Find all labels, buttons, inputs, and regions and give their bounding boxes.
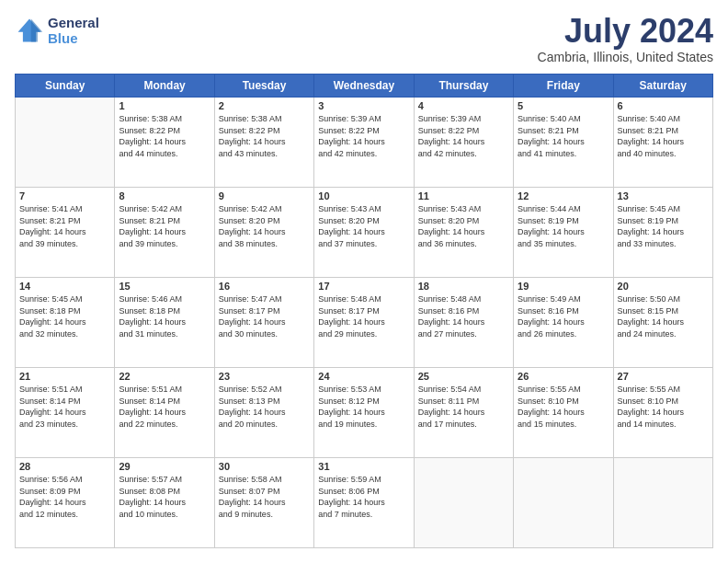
day-number: 10	[318, 190, 409, 201]
day-number: 21	[19, 371, 110, 382]
calendar-cell: 3Sunrise: 5:39 AM Sunset: 8:22 PM Daylig…	[314, 98, 414, 188]
day-info: Sunrise: 5:59 AM Sunset: 8:06 PM Dayligh…	[318, 474, 409, 520]
calendar-cell: 15Sunrise: 5:46 AM Sunset: 8:18 PM Dayli…	[115, 278, 214, 368]
calendar-cell: 20Sunrise: 5:50 AM Sunset: 8:15 PM Dayli…	[613, 278, 712, 368]
calendar-header-row: SundayMondayTuesdayWednesdayThursdayFrid…	[16, 75, 713, 98]
calendar-day-header: Saturday	[613, 75, 712, 98]
calendar-cell: 5Sunrise: 5:40 AM Sunset: 8:21 PM Daylig…	[514, 98, 613, 188]
calendar-cell	[414, 458, 513, 548]
calendar-cell: 27Sunrise: 5:55 AM Sunset: 8:10 PM Dayli…	[613, 368, 712, 458]
day-number: 11	[418, 190, 509, 201]
day-info: Sunrise: 5:43 AM Sunset: 8:20 PM Dayligh…	[318, 203, 409, 249]
calendar-cell: 11Sunrise: 5:43 AM Sunset: 8:20 PM Dayli…	[414, 188, 513, 278]
day-info: Sunrise: 5:47 AM Sunset: 8:17 PM Dayligh…	[219, 293, 310, 339]
calendar-cell: 16Sunrise: 5:47 AM Sunset: 8:17 PM Dayli…	[214, 278, 313, 368]
day-number: 17	[318, 281, 409, 292]
calendar-cell: 29Sunrise: 5:57 AM Sunset: 8:08 PM Dayli…	[115, 458, 214, 548]
calendar-day-header: Wednesday	[314, 75, 414, 98]
day-number: 4	[418, 100, 509, 111]
day-number: 12	[518, 190, 609, 201]
day-number: 14	[19, 281, 110, 292]
calendar-cell	[613, 458, 712, 548]
day-info: Sunrise: 5:51 AM Sunset: 8:14 PM Dayligh…	[119, 384, 210, 430]
calendar-week-row: 21Sunrise: 5:51 AM Sunset: 8:14 PM Dayli…	[16, 368, 713, 458]
calendar-cell: 7Sunrise: 5:41 AM Sunset: 8:21 PM Daylig…	[16, 188, 115, 278]
calendar-cell: 1Sunrise: 5:38 AM Sunset: 8:22 PM Daylig…	[115, 98, 214, 188]
calendar-week-row: 7Sunrise: 5:41 AM Sunset: 8:21 PM Daylig…	[16, 188, 713, 278]
title-block: July 2024 Cambria, Illinois, United Stat…	[538, 15, 713, 64]
day-info: Sunrise: 5:56 AM Sunset: 8:09 PM Dayligh…	[19, 474, 110, 520]
calendar-cell: 6Sunrise: 5:40 AM Sunset: 8:21 PM Daylig…	[613, 98, 712, 188]
day-number: 18	[418, 281, 509, 292]
logo-text: General Blue	[48, 15, 99, 46]
calendar-week-row: 28Sunrise: 5:56 AM Sunset: 8:09 PM Dayli…	[16, 458, 713, 548]
day-number: 13	[618, 190, 709, 201]
main-title: July 2024	[538, 15, 713, 48]
header: General Blue July 2024 Cambria, Illinois…	[15, 15, 713, 64]
day-info: Sunrise: 5:40 AM Sunset: 8:21 PM Dayligh…	[518, 113, 609, 159]
calendar-cell: 9Sunrise: 5:42 AM Sunset: 8:20 PM Daylig…	[214, 188, 313, 278]
day-info: Sunrise: 5:48 AM Sunset: 8:17 PM Dayligh…	[318, 293, 409, 339]
day-info: Sunrise: 5:51 AM Sunset: 8:14 PM Dayligh…	[19, 384, 110, 430]
day-info: Sunrise: 5:38 AM Sunset: 8:22 PM Dayligh…	[219, 113, 310, 159]
day-info: Sunrise: 5:57 AM Sunset: 8:08 PM Dayligh…	[119, 474, 210, 520]
calendar-cell: 23Sunrise: 5:52 AM Sunset: 8:13 PM Dayli…	[214, 368, 313, 458]
day-info: Sunrise: 5:42 AM Sunset: 8:20 PM Dayligh…	[219, 203, 310, 249]
day-number: 9	[219, 190, 310, 201]
day-number: 15	[119, 281, 210, 292]
day-number: 20	[618, 281, 709, 292]
day-number: 22	[119, 371, 210, 382]
day-number: 5	[518, 100, 609, 111]
day-number: 1	[119, 100, 210, 111]
calendar-cell	[514, 458, 613, 548]
day-info: Sunrise: 5:45 AM Sunset: 8:18 PM Dayligh…	[19, 293, 110, 339]
day-number: 30	[219, 461, 310, 472]
day-number: 27	[618, 371, 709, 382]
day-number: 26	[518, 371, 609, 382]
day-number: 3	[318, 100, 409, 111]
calendar-day-header: Tuesday	[214, 75, 313, 98]
day-info: Sunrise: 5:46 AM Sunset: 8:18 PM Dayligh…	[119, 293, 210, 339]
day-number: 31	[318, 461, 409, 472]
calendar-week-row: 1Sunrise: 5:38 AM Sunset: 8:22 PM Daylig…	[16, 98, 713, 188]
day-number: 29	[119, 461, 210, 472]
calendar-cell: 19Sunrise: 5:49 AM Sunset: 8:16 PM Dayli…	[514, 278, 613, 368]
day-info: Sunrise: 5:55 AM Sunset: 8:10 PM Dayligh…	[518, 384, 609, 430]
calendar-day-header: Friday	[514, 75, 613, 98]
day-info: Sunrise: 5:38 AM Sunset: 8:22 PM Dayligh…	[119, 113, 210, 159]
svg-marker-1	[31, 19, 42, 42]
day-info: Sunrise: 5:41 AM Sunset: 8:21 PM Dayligh…	[19, 203, 110, 249]
day-info: Sunrise: 5:48 AM Sunset: 8:16 PM Dayligh…	[418, 293, 509, 339]
day-info: Sunrise: 5:55 AM Sunset: 8:10 PM Dayligh…	[618, 384, 709, 430]
calendar-cell: 28Sunrise: 5:56 AM Sunset: 8:09 PM Dayli…	[16, 458, 115, 548]
day-number: 19	[518, 281, 609, 292]
day-info: Sunrise: 5:43 AM Sunset: 8:20 PM Dayligh…	[418, 203, 509, 249]
calendar-cell: 17Sunrise: 5:48 AM Sunset: 8:17 PM Dayli…	[314, 278, 414, 368]
subtitle: Cambria, Illinois, United States	[538, 50, 713, 64]
day-number: 16	[219, 281, 310, 292]
calendar-day-header: Thursday	[414, 75, 513, 98]
day-info: Sunrise: 5:39 AM Sunset: 8:22 PM Dayligh…	[418, 113, 509, 159]
calendar-cell: 24Sunrise: 5:53 AM Sunset: 8:12 PM Dayli…	[314, 368, 414, 458]
day-info: Sunrise: 5:45 AM Sunset: 8:19 PM Dayligh…	[618, 203, 709, 249]
calendar-day-header: Monday	[115, 75, 214, 98]
day-info: Sunrise: 5:40 AM Sunset: 8:21 PM Dayligh…	[618, 113, 709, 159]
day-info: Sunrise: 5:39 AM Sunset: 8:22 PM Dayligh…	[318, 113, 409, 159]
day-info: Sunrise: 5:58 AM Sunset: 8:07 PM Dayligh…	[219, 474, 310, 520]
calendar-cell: 14Sunrise: 5:45 AM Sunset: 8:18 PM Dayli…	[16, 278, 115, 368]
calendar-cell: 2Sunrise: 5:38 AM Sunset: 8:22 PM Daylig…	[214, 98, 313, 188]
day-info: Sunrise: 5:44 AM Sunset: 8:19 PM Dayligh…	[518, 203, 609, 249]
calendar-cell: 26Sunrise: 5:55 AM Sunset: 8:10 PM Dayli…	[514, 368, 613, 458]
calendar-week-row: 14Sunrise: 5:45 AM Sunset: 8:18 PM Dayli…	[16, 278, 713, 368]
day-number: 23	[219, 371, 310, 382]
day-number: 8	[119, 190, 210, 201]
calendar-table: SundayMondayTuesdayWednesdayThursdayFrid…	[15, 74, 713, 548]
calendar-cell: 8Sunrise: 5:42 AM Sunset: 8:21 PM Daylig…	[115, 188, 214, 278]
day-info: Sunrise: 5:49 AM Sunset: 8:16 PM Dayligh…	[518, 293, 609, 339]
logo: General Blue	[15, 15, 99, 46]
day-number: 2	[219, 100, 310, 111]
calendar-cell	[16, 98, 115, 188]
logo-icon	[15, 16, 44, 45]
day-number: 6	[618, 100, 709, 111]
day-number: 24	[318, 371, 409, 382]
